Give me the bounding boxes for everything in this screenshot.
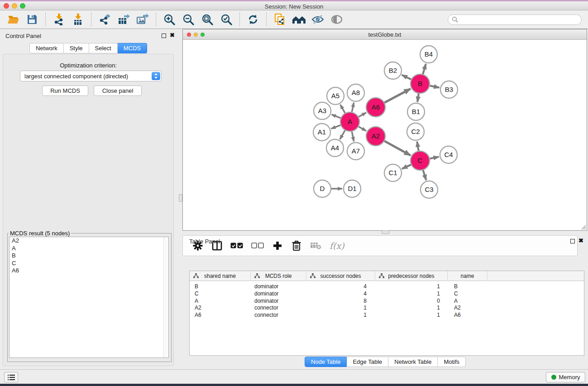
column-header-mcds-role[interactable]: MCDS role	[251, 271, 306, 281]
mcds-result-item[interactable]: A6	[10, 267, 168, 275]
table-cell: C	[448, 291, 488, 298]
import-table-icon[interactable]	[70, 12, 86, 27]
tab-edge-table[interactable]: Edge Table	[347, 357, 388, 367]
graph-edge[interactable]	[359, 127, 366, 131]
graph-node-label: A5	[331, 92, 339, 100]
eye-slash-icon[interactable]	[310, 12, 325, 27]
graph-edge[interactable]	[384, 89, 410, 102]
zoom-fit-icon[interactable]	[200, 12, 215, 27]
column-header-shared-name[interactable]: shared name	[190, 271, 251, 281]
graph-node-label: B2	[389, 67, 397, 74]
graph-edge[interactable]	[430, 157, 439, 158]
unselect-all-icon[interactable]	[251, 239, 264, 253]
houses-icon[interactable]	[291, 12, 306, 27]
table-cell: A6	[448, 312, 488, 319]
duplicate-network-icon[interactable]	[272, 12, 287, 27]
eye-icon[interactable]	[329, 12, 344, 27]
scrollbar-track[interactable]	[163, 237, 168, 357]
zoom-in-icon[interactable]	[162, 12, 177, 27]
tab-network[interactable]: Network	[29, 43, 64, 53]
graph-edge[interactable]	[423, 170, 426, 180]
select-all-icon[interactable]	[230, 239, 243, 253]
graph-edge[interactable]	[359, 113, 366, 117]
column-header-successor-nodes[interactable]: successor nodes	[306, 271, 375, 281]
float-panel-icon[interactable]	[570, 239, 575, 243]
status-bar: Memory	[0, 369, 588, 384]
column-header-name[interactable]: name	[448, 271, 488, 281]
table-row[interactable]: A6connector11A6	[190, 312, 584, 319]
table-row[interactable]: Adominator80A	[190, 298, 584, 305]
export-image-icon[interactable]	[135, 12, 150, 27]
plus-icon[interactable]	[272, 239, 283, 253]
tab-select[interactable]: Select	[89, 43, 118, 53]
network-graph-canvas[interactable]: AA1A2A3A4A5A6A7A8BB1B2B3B4CC1C2C3C4DD1	[183, 40, 587, 230]
table-row[interactable]: Cdominator41C	[190, 291, 584, 298]
optimization-criterion-label: Optimization criterion:	[3, 62, 173, 69]
task-history-button[interactable]	[4, 372, 18, 382]
vertical-divider-grip[interactable]	[179, 194, 182, 202]
table-panel: Table Panel ✖ f(x) s	[182, 235, 588, 369]
graph-edge[interactable]	[352, 103, 354, 112]
graph-edge[interactable]	[331, 125, 341, 129]
column-header-predecessor-nodes[interactable]: predecessor nodes	[375, 271, 448, 281]
graph-edge[interactable]	[340, 105, 345, 113]
tab-network-table[interactable]: Network Table	[388, 357, 438, 367]
graph-node-label: C3	[425, 186, 433, 193]
refresh-icon[interactable]	[245, 12, 261, 27]
tab-node-table[interactable]: Node Table	[305, 357, 347, 367]
graph-edge[interactable]	[402, 165, 411, 169]
mcds-result-item[interactable]: C	[10, 260, 168, 267]
trash-icon[interactable]	[291, 239, 302, 253]
tab-mcds[interactable]: MCDS	[118, 43, 147, 53]
save-icon[interactable]	[24, 12, 40, 27]
tab-style[interactable]: Style	[64, 43, 89, 53]
network-frame-titlebar[interactable]: testGlobe.txt	[183, 29, 587, 40]
zoom-selected-icon[interactable]	[219, 12, 234, 27]
graph-node-label: B3	[445, 86, 453, 93]
zoom-out-icon[interactable]	[181, 12, 196, 27]
table-row[interactable]: Bdominator41B	[190, 283, 584, 291]
main-toolbar	[0, 10, 588, 29]
graph-node-label: C2	[411, 128, 420, 135]
graph-edge[interactable]	[417, 142, 418, 151]
float-panel-icon[interactable]	[162, 33, 166, 38]
table-panel-title: Table Panel	[189, 238, 220, 245]
graph-edge[interactable]	[423, 64, 426, 74]
graph-node-label: A3	[318, 107, 326, 114]
import-network-icon[interactable]	[51, 12, 67, 27]
folder-open-icon[interactable]	[5, 12, 21, 27]
graph-edge[interactable]	[352, 132, 354, 142]
close-panel-icon[interactable]: ✖	[578, 238, 583, 243]
mcds-result-list[interactable]: A2ABCA6	[9, 237, 169, 358]
table-cell: C	[190, 291, 251, 298]
horizontal-divider-grip[interactable]	[382, 230, 389, 234]
toolbar-separator	[91, 13, 91, 26]
graph-edge[interactable]	[340, 130, 345, 139]
memory-button[interactable]: Memory	[546, 372, 585, 382]
export-table-icon[interactable]	[116, 12, 131, 27]
table-cell: 1	[375, 305, 448, 312]
graph-edge[interactable]	[384, 141, 411, 156]
table-cell: dominator	[251, 291, 306, 298]
mcds-result-item[interactable]: A2	[10, 237, 168, 245]
graph-edge[interactable]	[331, 114, 340, 118]
desktop-strip-bottom	[0, 384, 588, 386]
graph-edge[interactable]	[402, 75, 411, 80]
close-panel-button[interactable]: Close panel	[94, 86, 142, 96]
export-network-icon[interactable]	[97, 12, 112, 27]
graph-node-label: A4	[331, 144, 339, 152]
tab-motifs[interactable]: Motifs	[438, 357, 466, 367]
graph-node-label: A2	[372, 132, 380, 140]
close-panel-icon[interactable]: ✖	[170, 33, 175, 38]
mcds-result-item[interactable]: B	[10, 252, 168, 260]
graph-edge[interactable]	[430, 86, 440, 87]
run-mcds-button[interactable]: Run MCDS	[42, 86, 88, 96]
resize-grip-icon[interactable]	[581, 224, 586, 230]
table-row[interactable]: A2connector11A2	[190, 305, 584, 312]
mcds-result-item[interactable]: A	[10, 245, 168, 253]
search-box[interactable]	[448, 14, 582, 25]
search-input[interactable]	[458, 16, 578, 23]
graph-node-label: A	[348, 118, 352, 125]
graph-edge[interactable]	[417, 94, 419, 102]
criterion-dropdown[interactable]: largest connected component (directed)	[20, 71, 162, 81]
